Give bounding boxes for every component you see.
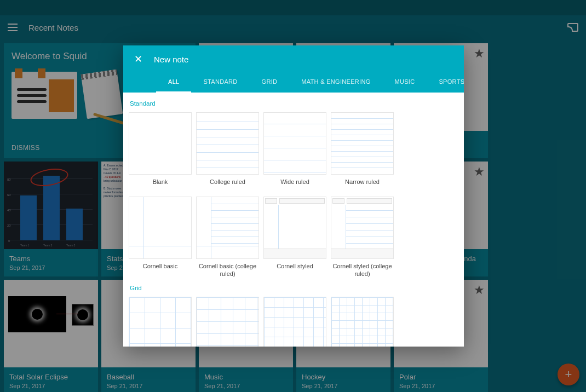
tab-sports[interactable]: SPORTS xyxy=(427,73,464,93)
close-icon[interactable]: ✕ xyxy=(133,53,143,65)
template-tabs: ALL STANDARD GRID MATH & ENGINEERING MUS… xyxy=(123,73,464,93)
template-cornell-styled[interactable]: Cornell styled xyxy=(263,197,326,278)
template-narrow-ruled[interactable]: Narrow ruled xyxy=(331,112,394,192)
template-grid-1[interactable] xyxy=(129,297,192,347)
tab-standard[interactable]: STANDARD xyxy=(191,73,249,93)
template-wide-ruled[interactable]: Wide ruled xyxy=(263,112,326,192)
tab-music[interactable]: MUSIC xyxy=(383,73,427,93)
template-grid-3[interactable] xyxy=(263,297,326,347)
template-cornell-basic[interactable]: Cornell basic xyxy=(129,197,192,278)
dialog-title: New note xyxy=(154,55,188,64)
template-cornell-styled-ruled[interactable]: Cornell styled (college ruled) xyxy=(331,197,394,278)
tab-grid[interactable]: GRID xyxy=(250,73,290,93)
template-blank[interactable]: Blank xyxy=(129,112,192,192)
template-cornell-basic-ruled[interactable]: Cornell basic (college ruled) xyxy=(196,197,259,278)
tab-all[interactable]: ALL xyxy=(156,73,191,93)
section-label-grid: Grid xyxy=(130,285,458,291)
section-label-standard: Standard xyxy=(130,100,458,107)
template-college-ruled[interactable]: College ruled xyxy=(196,112,259,192)
template-grid-2[interactable] xyxy=(196,297,259,347)
new-note-dialog: ✕ New note ALL STANDARD GRID MATH & ENGI… xyxy=(123,45,464,347)
template-grid-4[interactable] xyxy=(331,297,394,347)
tab-math[interactable]: MATH & ENGINEERING xyxy=(289,73,382,93)
